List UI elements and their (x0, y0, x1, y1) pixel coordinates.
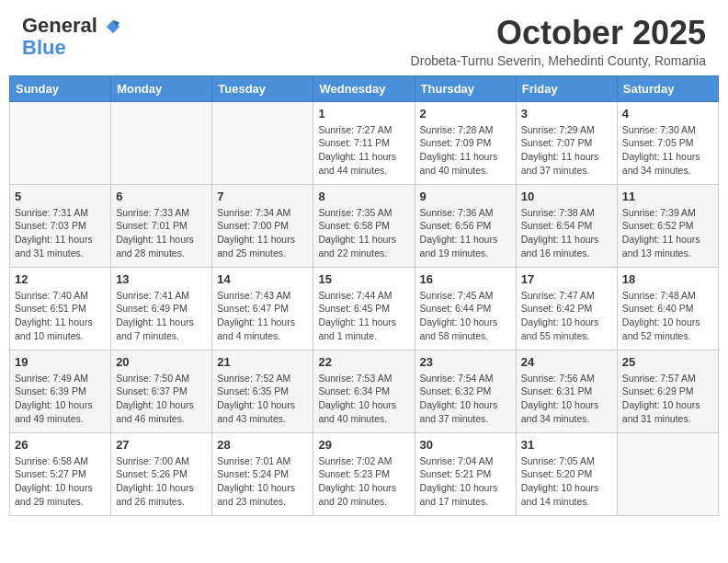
day-info: Sunrise: 7:01 AM Sunset: 5:24 PM Dayligh… (217, 454, 308, 509)
calendar-cell: 11Sunrise: 7:39 AM Sunset: 6:52 PM Dayli… (617, 184, 718, 267)
logo-blue: Blue (22, 36, 66, 59)
day-info: Sunrise: 7:29 AM Sunset: 7:07 PM Dayligh… (521, 123, 612, 178)
calendar-cell: 13Sunrise: 7:41 AM Sunset: 6:49 PM Dayli… (111, 267, 212, 350)
day-info: Sunrise: 7:38 AM Sunset: 6:54 PM Dayligh… (521, 206, 612, 260)
calendar-cell: 31Sunrise: 7:05 AM Sunset: 5:20 PM Dayli… (516, 432, 617, 515)
day-header-sunday: Sunday (10, 75, 111, 101)
day-number: 1 (318, 107, 409, 121)
day-number: 20 (116, 355, 207, 369)
calendar-cell: 19Sunrise: 7:49 AM Sunset: 6:39 PM Dayli… (10, 350, 111, 432)
day-number: 31 (521, 438, 612, 452)
week-row-1: 1Sunrise: 7:27 AM Sunset: 7:11 PM Daylig… (10, 101, 719, 184)
day-info: Sunrise: 7:31 AM Sunset: 7:03 PM Dayligh… (15, 206, 106, 260)
day-info: Sunrise: 7:49 AM Sunset: 6:39 PM Dayligh… (15, 372, 106, 426)
day-number: 26 (15, 438, 106, 452)
day-number: 4 (622, 107, 713, 121)
logo-icon (105, 18, 121, 35)
day-info: Sunrise: 7:36 AM Sunset: 6:56 PM Dayligh… (420, 206, 511, 260)
day-info: Sunrise: 7:34 AM Sunset: 7:00 PM Dayligh… (217, 206, 308, 260)
calendar-cell (10, 101, 111, 184)
calendar-cell: 15Sunrise: 7:44 AM Sunset: 6:45 PM Dayli… (313, 267, 415, 350)
calendar-cell: 6Sunrise: 7:33 AM Sunset: 7:01 PM Daylig… (111, 184, 212, 267)
day-info: Sunrise: 7:35 AM Sunset: 6:58 PM Dayligh… (318, 206, 409, 260)
day-number: 18 (622, 272, 713, 286)
calendar-cell (212, 101, 313, 184)
day-header-friday: Friday (516, 75, 617, 101)
day-number: 28 (217, 438, 308, 452)
day-info: Sunrise: 7:47 AM Sunset: 6:42 PM Dayligh… (521, 289, 612, 343)
day-info: Sunrise: 7:54 AM Sunset: 6:32 PM Dayligh… (420, 372, 511, 426)
location-title: Drobeta-Turnu Severin, Mehedinti County,… (411, 53, 706, 68)
day-number: 7 (217, 190, 308, 203)
calendar-cell: 1Sunrise: 7:27 AM Sunset: 7:11 PM Daylig… (313, 101, 415, 184)
logo-general: General (22, 14, 97, 37)
calendar-cell: 9Sunrise: 7:36 AM Sunset: 6:56 PM Daylig… (415, 184, 516, 267)
day-info: Sunrise: 7:33 AM Sunset: 7:01 PM Dayligh… (116, 206, 207, 260)
day-number: 17 (521, 272, 612, 286)
day-info: Sunrise: 6:58 AM Sunset: 5:27 PM Dayligh… (15, 454, 106, 509)
calendar-cell: 26Sunrise: 6:58 AM Sunset: 5:27 PM Dayli… (10, 432, 111, 515)
day-number: 6 (116, 190, 207, 203)
day-info: Sunrise: 7:40 AM Sunset: 6:51 PM Dayligh… (15, 289, 106, 343)
day-number: 3 (521, 107, 612, 121)
day-info: Sunrise: 7:52 AM Sunset: 6:35 PM Dayligh… (217, 372, 308, 426)
day-number: 10 (521, 190, 612, 203)
day-info: Sunrise: 7:44 AM Sunset: 6:45 PM Dayligh… (318, 289, 409, 343)
day-number: 2 (420, 107, 511, 121)
day-info: Sunrise: 7:28 AM Sunset: 7:09 PM Dayligh… (420, 123, 511, 178)
calendar-cell: 10Sunrise: 7:38 AM Sunset: 6:54 PM Dayli… (516, 184, 617, 267)
calendar-cell: 30Sunrise: 7:04 AM Sunset: 5:21 PM Dayli… (415, 432, 516, 515)
day-number: 15 (318, 272, 409, 286)
calendar-table: SundayMondayTuesdayWednesdayThursdayFrid… (9, 75, 719, 516)
calendar-cell: 16Sunrise: 7:45 AM Sunset: 6:44 PM Dayli… (415, 267, 516, 350)
day-number: 25 (622, 355, 713, 369)
calendar-cell: 2Sunrise: 7:28 AM Sunset: 7:09 PM Daylig… (415, 101, 516, 184)
day-number: 9 (420, 190, 511, 203)
day-number: 29 (318, 438, 409, 452)
day-number: 16 (420, 272, 511, 286)
month-title: October 2025 (411, 15, 706, 52)
calendar-cell: 14Sunrise: 7:43 AM Sunset: 6:47 PM Dayli… (212, 267, 313, 350)
week-row-4: 19Sunrise: 7:49 AM Sunset: 6:39 PM Dayli… (10, 350, 719, 432)
logo: General Blue (22, 15, 121, 59)
calendar-cell: 22Sunrise: 7:53 AM Sunset: 6:34 PM Dayli… (313, 350, 415, 432)
day-number: 5 (15, 190, 106, 203)
days-header-row: SundayMondayTuesdayWednesdayThursdayFrid… (10, 75, 719, 101)
day-number: 22 (318, 355, 409, 369)
day-number: 27 (116, 438, 207, 452)
day-header-thursday: Thursday (415, 75, 516, 101)
calendar-cell: 5Sunrise: 7:31 AM Sunset: 7:03 PM Daylig… (10, 184, 111, 267)
day-number: 14 (217, 272, 308, 286)
day-info: Sunrise: 7:53 AM Sunset: 6:34 PM Dayligh… (318, 372, 409, 426)
calendar-cell: 18Sunrise: 7:48 AM Sunset: 6:40 PM Dayli… (617, 267, 718, 350)
day-number: 21 (217, 355, 308, 369)
day-number: 12 (15, 272, 106, 286)
calendar-cell: 3Sunrise: 7:29 AM Sunset: 7:07 PM Daylig… (516, 101, 617, 184)
calendar-cell: 25Sunrise: 7:57 AM Sunset: 6:29 PM Dayli… (617, 350, 718, 432)
title-area: October 2025 Drobeta-Turnu Severin, Mehe… (411, 15, 706, 68)
calendar-cell: 12Sunrise: 7:40 AM Sunset: 6:51 PM Dayli… (10, 267, 111, 350)
day-info: Sunrise: 7:43 AM Sunset: 6:47 PM Dayligh… (217, 289, 308, 343)
day-info: Sunrise: 7:45 AM Sunset: 6:44 PM Dayligh… (420, 289, 511, 343)
day-info: Sunrise: 7:02 AM Sunset: 5:23 PM Dayligh… (318, 454, 409, 509)
day-info: Sunrise: 7:50 AM Sunset: 6:37 PM Dayligh… (116, 372, 207, 426)
day-info: Sunrise: 7:04 AM Sunset: 5:21 PM Dayligh… (420, 454, 511, 509)
day-number: 13 (116, 272, 207, 286)
day-info: Sunrise: 7:00 AM Sunset: 5:26 PM Dayligh… (116, 454, 207, 509)
calendar-cell: 17Sunrise: 7:47 AM Sunset: 6:42 PM Dayli… (516, 267, 617, 350)
day-info: Sunrise: 7:57 AM Sunset: 6:29 PM Dayligh… (622, 372, 713, 426)
day-header-saturday: Saturday (617, 75, 718, 101)
day-header-wednesday: Wednesday (313, 75, 415, 101)
day-number: 24 (521, 355, 612, 369)
week-row-5: 26Sunrise: 6:58 AM Sunset: 5:27 PM Dayli… (10, 432, 719, 515)
day-info: Sunrise: 7:27 AM Sunset: 7:11 PM Dayligh… (318, 123, 409, 178)
calendar-cell: 20Sunrise: 7:50 AM Sunset: 6:37 PM Dayli… (111, 350, 212, 432)
day-header-monday: Monday (111, 75, 212, 101)
day-info: Sunrise: 7:41 AM Sunset: 6:49 PM Dayligh… (116, 289, 207, 343)
calendar-cell: 4Sunrise: 7:30 AM Sunset: 7:05 PM Daylig… (617, 101, 718, 184)
day-number: 30 (420, 438, 511, 452)
calendar-cell (111, 101, 212, 184)
calendar: SundayMondayTuesdayWednesdayThursdayFrid… (0, 75, 728, 525)
day-info: Sunrise: 7:30 AM Sunset: 7:05 PM Dayligh… (622, 123, 713, 178)
calendar-cell: 28Sunrise: 7:01 AM Sunset: 5:24 PM Dayli… (212, 432, 313, 515)
